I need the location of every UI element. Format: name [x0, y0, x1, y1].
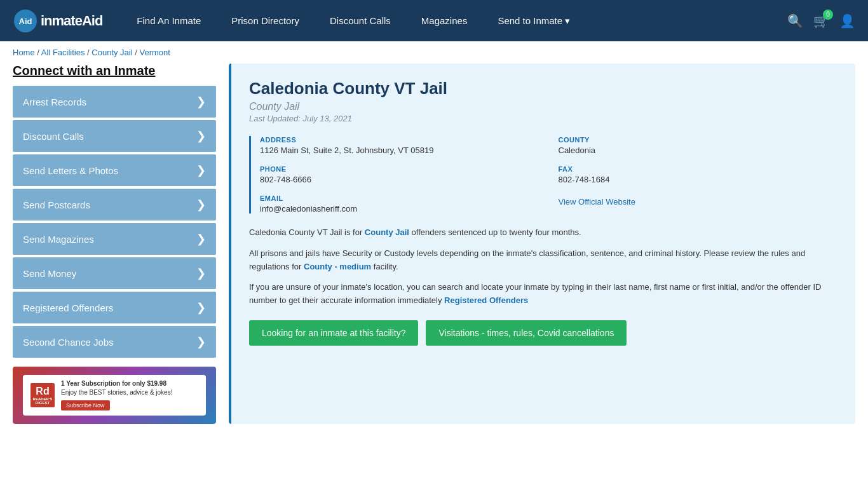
sidebar-item-discount-calls[interactable]: Discount Calls ❯ — [13, 120, 216, 152]
search-icon[interactable]: 🔍 — [787, 13, 803, 29]
email-block: EMAIL info@caledoniasheriff.com — [260, 194, 539, 214]
action-buttons: Looking for an inmate at this facility? … — [249, 320, 837, 346]
ad-text-line1: 1 Year Subscription for only $19.98 — [61, 380, 172, 387]
logo[interactable]: Aid inmateAid — [13, 8, 102, 34]
chevron-right-icon: ❯ — [196, 163, 206, 177]
ad-text-line2: Enjoy the BEST stories, advice & jokes! — [61, 389, 172, 396]
breadcrumb: Home / All Facilities / County Jail / Ve… — [0, 41, 868, 64]
email-label: EMAIL — [260, 194, 539, 202]
visitations-button[interactable]: Visitations - times, rules, Covid cancel… — [426, 320, 627, 346]
address-block: ADDRESS 1126 Main St, Suite 2, St. Johns… — [260, 136, 539, 155]
breadcrumb-home[interactable]: Home — [13, 48, 35, 57]
svg-text:Aid: Aid — [19, 17, 32, 26]
sidebar-item-send-magazines[interactable]: Send Magazines ❯ — [13, 223, 216, 255]
nav-prison-directory[interactable]: Prison Directory — [216, 15, 315, 26]
nav-magazines[interactable]: Magazines — [406, 15, 483, 26]
facility-content: Caledonia County VT Jail County Jail Las… — [229, 64, 855, 424]
sidebar-ad[interactable]: Rd READER'S DIGEST 1 Year Subscription f… — [13, 367, 216, 424]
sidebar-item-registered-offenders[interactable]: Registered Offenders ❯ — [13, 292, 216, 323]
ad-content: Rd READER'S DIGEST 1 Year Subscription f… — [23, 375, 206, 416]
sidebar-item-second-chance-jobs[interactable]: Second Chance Jobs ❯ — [13, 326, 216, 358]
main-container: Connect with an Inmate Arrest Records ❯ … — [0, 64, 868, 437]
phone-block: PHONE 802-748-6666 — [260, 165, 539, 184]
website-block: View Official Website — [559, 194, 838, 214]
ad-subscribe-button[interactable]: Subscribe Now — [61, 400, 110, 410]
nav-discount-calls[interactable]: Discount Calls — [315, 15, 406, 26]
chevron-right-icon: ❯ — [196, 198, 206, 212]
sidebar-item-send-letters[interactable]: Send Letters & Photos ❯ — [13, 154, 216, 186]
sidebar-item-arrest-records[interactable]: Arrest Records ❯ — [13, 86, 216, 118]
phone-value: 802-748-6666 — [260, 175, 539, 184]
looking-for-inmate-button[interactable]: Looking for an inmate at this facility? — [249, 320, 418, 346]
chevron-right-icon: ❯ — [196, 129, 206, 143]
ad-text-block: 1 Year Subscription for only $19.98 Enjo… — [61, 380, 172, 410]
email-value: info@caledoniasheriff.com — [260, 204, 539, 214]
address-label: ADDRESS — [260, 136, 539, 144]
chevron-right-icon: ❯ — [196, 335, 206, 349]
website-link[interactable]: View Official Website — [559, 197, 635, 207]
logo-text: inmateAid — [41, 13, 102, 29]
breadcrumb-all-facilities[interactable]: All Facilities — [41, 48, 85, 57]
info-grid: ADDRESS 1126 Main St, Suite 2, St. Johns… — [249, 136, 837, 214]
chevron-right-icon: ❯ — [196, 301, 206, 315]
county-medium-link[interactable]: County - medium — [304, 262, 371, 271]
nav-links: Find An Inmate Prison Directory Discount… — [121, 15, 787, 27]
facility-updated: Last Updated: July 13, 2021 — [249, 114, 837, 123]
facility-type: County Jail — [249, 101, 837, 112]
sidebar-menu: Arrest Records ❯ Discount Calls ❯ Send L… — [13, 86, 216, 358]
navbar: Aid inmateAid Find An Inmate Prison Dire… — [0, 0, 868, 41]
breadcrumb-vermont[interactable]: Vermont — [139, 48, 170, 57]
sidebar-title: Connect with an Inmate — [13, 64, 216, 78]
chevron-right-icon: ❯ — [196, 95, 206, 109]
cart-badge: 0 — [823, 10, 833, 20]
cart-icon[interactable]: 🛒 0 — [813, 13, 829, 29]
breadcrumb-county-jail[interactable]: County Jail — [92, 48, 132, 57]
nav-find-inmate[interactable]: Find An Inmate — [121, 15, 216, 26]
user-icon[interactable]: 👤 — [839, 13, 855, 29]
nav-send-to-inmate[interactable]: Send to Inmate ▾ — [482, 15, 585, 27]
phone-label: PHONE — [260, 165, 539, 173]
nav-actions: 🔍 🛒 0 👤 — [787, 13, 855, 29]
county-jail-link[interactable]: County Jail — [365, 227, 409, 237]
facility-name: Caledonia County VT Jail — [249, 79, 837, 98]
logo-icon: Aid — [13, 8, 38, 34]
county-value: Caledonia — [559, 146, 838, 155]
desc2: All prisons and jails have Security or C… — [249, 247, 837, 274]
registered-offenders-link[interactable]: Registered Offenders — [444, 295, 528, 305]
chevron-right-icon: ❯ — [196, 266, 206, 280]
desc1: Caledonia County VT Jail is for County J… — [249, 226, 837, 240]
address-value: 1126 Main St, Suite 2, St. Johnsbury, VT… — [260, 146, 539, 155]
chevron-right-icon: ❯ — [196, 232, 206, 246]
sidebar-item-send-postcards[interactable]: Send Postcards ❯ — [13, 189, 216, 220]
desc3: If you are unsure of your inmate's locat… — [249, 281, 837, 308]
sidebar: Connect with an Inmate Arrest Records ❯ … — [13, 64, 216, 424]
ad-logo: Rd READER'S DIGEST — [31, 383, 55, 407]
fax-value: 802-748-1684 — [559, 175, 838, 184]
county-block: COUNTY Caledonia — [559, 136, 838, 155]
fax-block: FAX 802-748-1684 — [559, 165, 838, 184]
fax-label: FAX — [559, 165, 838, 173]
county-label: COUNTY — [559, 136, 838, 144]
sidebar-item-send-money[interactable]: Send Money ❯ — [13, 257, 216, 289]
